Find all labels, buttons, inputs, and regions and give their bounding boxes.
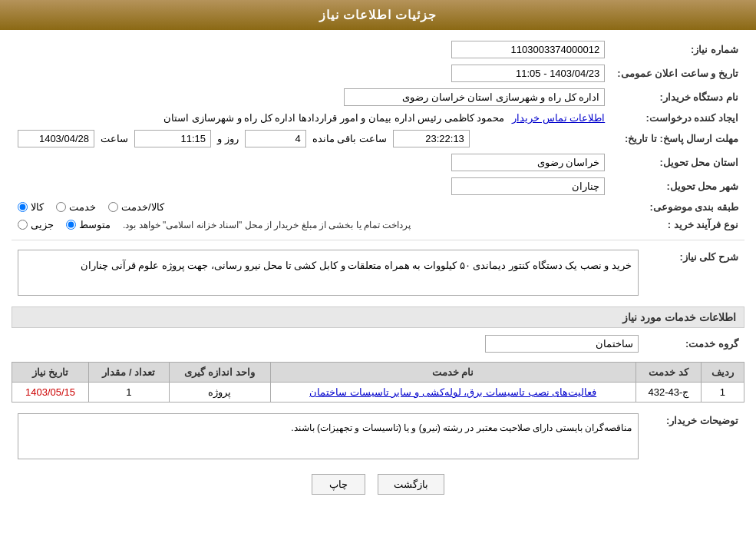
creator-value: محمود کاظمی رئیس اداره بیمان و امور قرار… [163, 112, 504, 124]
city-row: شهر محل تحویل: چناران [12, 174, 744, 198]
services-section-header: اطلاعات خدمات مورد نیاز [12, 306, 744, 328]
category-option-goods-label: کالا [31, 201, 44, 213]
services-table-header: ردیف کد خدمت نام خدمت واحد اندازه گیری ت… [12, 363, 744, 383]
response-date-value: 1403/04/28 [18, 130, 94, 147]
purchase-type-row: نوع فرآیند خرید : پرداخت تمام یا بخشی از… [12, 216, 744, 234]
buyer-org-value: اداره کل راه و شهرسازی استان خراسان رضوی [344, 88, 605, 106]
buyer-org-row: نام دستگاه خریدار: اداره کل راه و شهرساز… [12, 85, 744, 109]
buyer-notes-row: توضیحات خریدار: مناقصه‌گران بایستی دارای… [12, 410, 744, 462]
main-content: شماره نیاز: 1103003374000012 تاریخ و ساع… [0, 30, 756, 514]
category-label: طبقه بندی موضوعی: [611, 198, 744, 216]
purchase-type-medium-label: متوسط [79, 219, 111, 230]
response-days-label: روز و [217, 133, 239, 144]
response-time-label: ساعت [101, 133, 128, 144]
cell-date: 1403/05/15 [12, 383, 89, 403]
cell-row: 1 [701, 383, 744, 403]
col-row: ردیف [701, 363, 744, 383]
need-desc-value: خرید و نصب یک دستگاه کنتور دیماندی ۵۰ کی… [18, 250, 639, 296]
province-value: خراسان رضوی [451, 154, 605, 171]
service-group-row: گروه خدمت: ساختمان [12, 332, 744, 356]
purchase-type-label: نوع فرآیند خرید : [611, 216, 744, 234]
creator-row: ایجاد کننده درخواست: اطلاعات تماس خریدار… [12, 109, 744, 127]
col-unit: واحد اندازه گیری [169, 363, 270, 383]
province-label: استان محل تحویل: [611, 151, 744, 174]
print-button[interactable]: چاپ [312, 474, 365, 495]
service-group-label: گروه خدمت: [645, 332, 744, 356]
category-radio-service[interactable] [108, 202, 118, 212]
buyer-notes-table: توضیحات خریدار: مناقصه‌گران بایستی دارای… [12, 410, 744, 462]
buyer-org-label: نام دستگاه خریدار: [611, 85, 744, 109]
need-number-label: شماره نیاز: [611, 38, 744, 61]
cell-unit: پروژه [169, 383, 270, 403]
need-number-value: 1103003374000012 [451, 41, 605, 58]
service-group-value: ساختمان [485, 335, 639, 353]
announce-date-row: تاریخ و ساعت اعلان عمومی: 1403/04/23 - 1… [12, 61, 744, 85]
purchase-type-small-label: جزیی [31, 219, 54, 230]
page-header: جزئیات اطلاعات نیاز [0, 0, 756, 30]
remaining-time-value: 23:22:13 [393, 130, 470, 147]
creator-link[interactable]: اطلاعات تماس خریدار [512, 112, 605, 124]
city-label: شهر محل تحویل: [611, 174, 744, 198]
response-days-value: 4 [245, 130, 306, 147]
category-radio-goods-service[interactable] [56, 202, 66, 212]
cell-code: ج-43-432 [636, 383, 701, 403]
response-deadline-label: مهلت ارسال پاسخ: تا تاریخ: [611, 127, 744, 151]
buyer-notes-label: توضیحات خریدار: [645, 410, 744, 462]
category-radio-group: کالا/خدمت خدمت کالا [18, 201, 605, 213]
cell-qty: 1 [89, 383, 170, 403]
category-option-goods-service-label: خدمت [69, 201, 96, 213]
buyer-notes-value: مناقصه‌گران بایستی دارای صلاحیت معتبر در… [18, 413, 639, 459]
footer-buttons: بازگشت چاپ [12, 474, 744, 495]
purchase-type-medium-radio[interactable] [66, 220, 76, 230]
category-option-service[interactable]: کالا/خدمت [108, 201, 164, 213]
response-deadline-values: 23:22:13 ساعت باقی مانده 4 روز و 11:15 س… [18, 130, 605, 147]
creator-label: ایجاد کننده درخواست: [611, 109, 744, 127]
col-date: تاریخ نیاز [12, 363, 89, 383]
page-title: جزئیات اطلاعات نیاز [319, 8, 437, 22]
col-service: نام خدمت [270, 363, 636, 383]
category-row: طبقه بندی موضوعی: کالا/خدمت خدمت [12, 198, 744, 216]
purchase-type-small[interactable]: جزیی [18, 219, 54, 230]
back-button[interactable]: بازگشت [378, 474, 444, 495]
need-desc-row: شرح کلی نیاز: خرید و نصب یک دستگاه کنتور… [12, 247, 744, 299]
category-option-goods-service[interactable]: خدمت [56, 201, 96, 213]
remaining-label: ساعت باقی مانده [312, 133, 387, 144]
need-desc-table: شرح کلی نیاز: خرید و نصب یک دستگاه کنتور… [12, 247, 744, 299]
category-radio-goods[interactable] [18, 202, 28, 212]
services-table: ردیف کد خدمت نام خدمت واحد اندازه گیری ت… [12, 362, 744, 403]
col-code: کد خدمت [636, 363, 701, 383]
page-wrapper: جزئیات اطلاعات نیاز شماره نیاز: 11030033… [0, 0, 756, 540]
province-row: استان محل تحویل: خراسان رضوی [12, 151, 744, 174]
purchase-type-group: پرداخت تمام یا بخشی از مبلغ خریدار از مح… [18, 219, 605, 230]
purchase-type-medium[interactable]: متوسط [66, 219, 111, 230]
response-deadline-row: مهلت ارسال پاسخ: تا تاریخ: 23:22:13 ساعت… [12, 127, 744, 151]
cell-service[interactable]: فعالیت‌های نصب تاسیسات برق، لوله‌کشی و س… [270, 383, 636, 403]
table-row: 1 ج-43-432 فعالیت‌های نصب تاسیسات برق، ل… [12, 383, 744, 403]
service-group-table: گروه خدمت: ساختمان [12, 332, 744, 356]
purchase-type-small-radio[interactable] [18, 220, 28, 230]
info-table: شماره نیاز: 1103003374000012 تاریخ و ساع… [12, 38, 744, 234]
city-value: چناران [451, 177, 605, 195]
response-time-value: 11:15 [134, 130, 211, 147]
category-option-goods[interactable]: کالا [18, 201, 44, 213]
col-qty: تعداد / مقدار [89, 363, 170, 383]
need-desc-label: شرح کلی نیاز: [645, 247, 744, 299]
category-option-service-label: کالا/خدمت [121, 201, 164, 213]
purchase-desc: پرداخت تمام یا بخشی از مبلغ خریدار از مح… [123, 220, 411, 230]
announce-date-value: 1403/04/23 - 11:05 [451, 65, 605, 82]
separator-1 [12, 240, 744, 240]
announce-date-label: تاریخ و ساعت اعلان عمومی: [611, 61, 744, 85]
need-number-row: شماره نیاز: 1103003374000012 [12, 38, 744, 61]
